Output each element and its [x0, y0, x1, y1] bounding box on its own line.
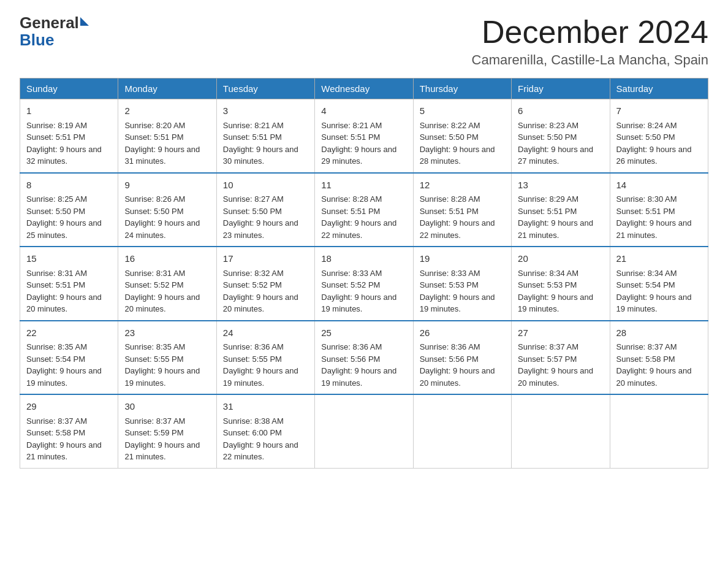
calendar-cell: 5Sunrise: 8:22 AMSunset: 5:50 PMDaylight… [413, 99, 511, 173]
calendar-cell: 24Sunrise: 8:36 AMSunset: 5:55 PMDayligh… [216, 321, 314, 395]
calendar-cell: 2Sunrise: 8:20 AMSunset: 5:51 PMDaylight… [118, 99, 216, 173]
day-number: 25 [321, 326, 406, 340]
calendar-cell: 17Sunrise: 8:32 AMSunset: 5:52 PMDayligh… [216, 247, 314, 321]
calendar-cell: 27Sunrise: 8:37 AMSunset: 5:57 PMDayligh… [512, 321, 610, 395]
day-number: 9 [124, 178, 210, 193]
col-header-wednesday: Wednesday [315, 79, 413, 99]
logo-blue-text: Blue [20, 31, 54, 50]
calendar-cell: 1Sunrise: 8:19 AMSunset: 5:51 PMDaylight… [20, 99, 118, 173]
col-header-monday: Monday [118, 79, 216, 99]
col-header-sunday: Sunday [20, 79, 118, 99]
day-number: 24 [223, 326, 308, 340]
day-number: 22 [26, 326, 112, 340]
day-number: 1 [26, 104, 112, 118]
calendar-cell: 10Sunrise: 8:27 AMSunset: 5:50 PMDayligh… [216, 173, 314, 247]
calendar-cell: 19Sunrise: 8:33 AMSunset: 5:53 PMDayligh… [413, 247, 511, 321]
day-number: 15 [26, 252, 112, 266]
col-header-tuesday: Tuesday [216, 79, 314, 99]
day-number: 29 [26, 400, 112, 414]
day-number: 7 [616, 104, 702, 118]
day-number: 26 [420, 326, 505, 340]
month-title: December 2024 [472, 15, 708, 50]
calendar-cell: 31Sunrise: 8:38 AMSunset: 6:00 PMDayligh… [216, 394, 314, 468]
calendar-week-row: 8Sunrise: 8:25 AMSunset: 5:50 PMDaylight… [20, 173, 708, 247]
day-number: 19 [420, 252, 505, 266]
calendar-week-row: 22Sunrise: 8:35 AMSunset: 5:54 PMDayligh… [20, 321, 708, 395]
day-number: 21 [616, 252, 702, 266]
calendar-week-row: 15Sunrise: 8:31 AMSunset: 5:51 PMDayligh… [20, 247, 708, 321]
calendar-cell: 14Sunrise: 8:30 AMSunset: 5:51 PMDayligh… [610, 173, 708, 247]
logo-general-text: General [20, 15, 79, 31]
day-number: 6 [518, 104, 603, 118]
calendar-cell: 29Sunrise: 8:37 AMSunset: 5:58 PMDayligh… [20, 394, 118, 468]
calendar-cell: 25Sunrise: 8:36 AMSunset: 5:56 PMDayligh… [315, 321, 413, 395]
day-number: 3 [223, 104, 308, 118]
day-number: 2 [124, 104, 210, 118]
calendar-cell: 30Sunrise: 8:37 AMSunset: 5:59 PMDayligh… [118, 394, 216, 468]
day-number: 18 [321, 252, 406, 266]
calendar-cell [413, 394, 511, 468]
calendar-cell: 12Sunrise: 8:28 AMSunset: 5:51 PMDayligh… [413, 173, 511, 247]
calendar-cell: 26Sunrise: 8:36 AMSunset: 5:56 PMDayligh… [413, 321, 511, 395]
calendar-cell: 23Sunrise: 8:35 AMSunset: 5:55 PMDayligh… [118, 321, 216, 395]
calendar-cell: 8Sunrise: 8:25 AMSunset: 5:50 PMDaylight… [20, 173, 118, 247]
day-number: 4 [321, 104, 406, 118]
day-number: 23 [124, 326, 210, 340]
day-number: 31 [223, 400, 308, 414]
logo-arrow-icon [80, 17, 89, 26]
col-header-saturday: Saturday [610, 79, 708, 99]
col-header-friday: Friday [512, 79, 610, 99]
calendar-cell: 28Sunrise: 8:37 AMSunset: 5:58 PMDayligh… [610, 321, 708, 395]
day-number: 12 [420, 178, 505, 193]
calendar-cell [512, 394, 610, 468]
day-number: 13 [518, 178, 603, 193]
page-header: General Blue December 2024 Camarenilla, … [20, 15, 708, 68]
title-section: December 2024 Camarenilla, Castille-La M… [472, 15, 708, 68]
day-number: 5 [420, 104, 505, 118]
calendar-cell: 18Sunrise: 8:33 AMSunset: 5:52 PMDayligh… [315, 247, 413, 321]
day-number: 20 [518, 252, 603, 266]
calendar-week-row: 29Sunrise: 8:37 AMSunset: 5:58 PMDayligh… [20, 394, 708, 468]
calendar-cell: 21Sunrise: 8:34 AMSunset: 5:54 PMDayligh… [610, 247, 708, 321]
calendar-cell [610, 394, 708, 468]
day-number: 8 [26, 178, 112, 193]
calendar-cell: 20Sunrise: 8:34 AMSunset: 5:53 PMDayligh… [512, 247, 610, 321]
day-number: 27 [518, 326, 603, 340]
calendar-cell: 13Sunrise: 8:29 AMSunset: 5:51 PMDayligh… [512, 173, 610, 247]
col-header-thursday: Thursday [413, 79, 511, 99]
calendar-cell: 4Sunrise: 8:21 AMSunset: 5:51 PMDaylight… [315, 99, 413, 173]
day-number: 11 [321, 178, 406, 193]
calendar-cell: 15Sunrise: 8:31 AMSunset: 5:51 PMDayligh… [20, 247, 118, 321]
calendar-table: SundayMondayTuesdayWednesdayThursdayFrid… [20, 78, 708, 469]
day-number: 28 [616, 326, 702, 340]
calendar-cell: 6Sunrise: 8:23 AMSunset: 5:50 PMDaylight… [512, 99, 610, 173]
day-number: 30 [124, 400, 210, 414]
calendar-cell: 22Sunrise: 8:35 AMSunset: 5:54 PMDayligh… [20, 321, 118, 395]
day-number: 14 [616, 178, 702, 193]
calendar-week-row: 1Sunrise: 8:19 AMSunset: 5:51 PMDaylight… [20, 99, 708, 173]
day-number: 10 [223, 178, 308, 193]
calendar-cell [315, 394, 413, 468]
day-number: 17 [223, 252, 308, 266]
location-title: Camarenilla, Castille-La Mancha, Spain [472, 52, 708, 68]
day-number: 16 [124, 252, 210, 266]
calendar-cell: 3Sunrise: 8:21 AMSunset: 5:51 PMDaylight… [216, 99, 314, 173]
calendar-cell: 16Sunrise: 8:31 AMSunset: 5:52 PMDayligh… [118, 247, 216, 321]
logo: General Blue [20, 15, 89, 50]
calendar-cell: 7Sunrise: 8:24 AMSunset: 5:50 PMDaylight… [610, 99, 708, 173]
calendar-cell: 11Sunrise: 8:28 AMSunset: 5:51 PMDayligh… [315, 173, 413, 247]
calendar-cell: 9Sunrise: 8:26 AMSunset: 5:50 PMDaylight… [118, 173, 216, 247]
calendar-header-row: SundayMondayTuesdayWednesdayThursdayFrid… [20, 79, 708, 99]
